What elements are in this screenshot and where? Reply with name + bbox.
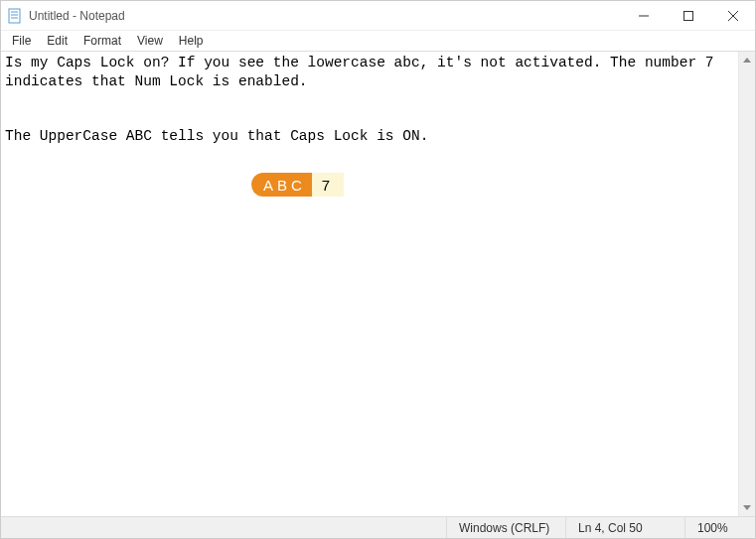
menubar: File Edit Format View Help (1, 31, 755, 51)
maximize-button[interactable] (666, 1, 710, 30)
statusbar: Windows (CRLF) Ln 4, Col 50 100% (1, 516, 755, 538)
menu-view[interactable]: View (130, 33, 170, 49)
titlebar: Untitled - Notepad (1, 1, 755, 31)
status-cursor-position: Ln 4, Col 50 (566, 517, 685, 538)
notepad-icon (7, 8, 23, 24)
caps-lock-indicator: ABC (251, 173, 312, 197)
svg-rect-0 (9, 9, 20, 23)
vertical-scrollbar[interactable] (738, 52, 755, 516)
menu-file[interactable]: File (5, 33, 38, 49)
scroll-up-arrow[interactable] (739, 52, 755, 68)
menu-help[interactable]: Help (172, 33, 211, 49)
num-lock-indicator: 7 (312, 173, 344, 197)
menu-format[interactable]: Format (76, 33, 128, 49)
close-button[interactable] (710, 1, 755, 30)
menu-edit[interactable]: Edit (40, 33, 75, 49)
editor-area: Is my Caps Lock on? If you see the lower… (1, 52, 755, 516)
status-zoom: 100% (685, 517, 755, 538)
editor-content[interactable]: Is my Caps Lock on? If you see the lower… (1, 52, 755, 148)
minimize-button[interactable] (621, 1, 666, 30)
status-encoding: Windows (CRLF) (447, 517, 566, 538)
scroll-down-arrow[interactable] (739, 499, 755, 516)
lock-indicator: ABC 7 (251, 173, 344, 197)
svg-rect-5 (683, 11, 692, 20)
window-controls (621, 1, 755, 30)
status-spacer (1, 517, 447, 538)
window-title: Untitled - Notepad (29, 9, 621, 23)
